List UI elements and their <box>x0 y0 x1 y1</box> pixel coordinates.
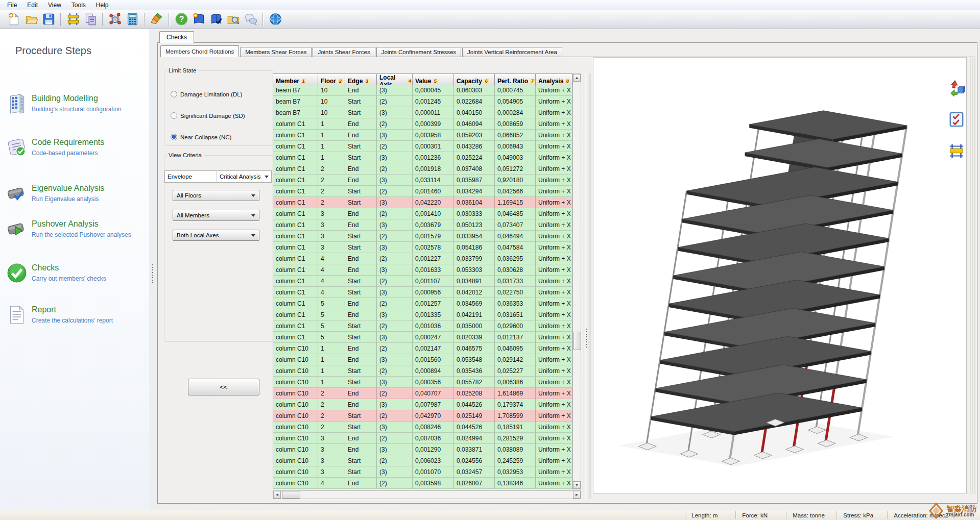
table-cell: Start <box>345 320 377 332</box>
radio-damage-limitation-dl[interactable]: Damage Limitation (DL) <box>171 91 242 97</box>
table-view-splitter[interactable] <box>583 73 591 499</box>
table-cell: Start <box>345 141 377 152</box>
table-row[interactable]: column C14Start(2)0,0011070,0348910,0317… <box>273 276 572 287</box>
scroll-down-arrow[interactable]: ▼ <box>573 481 581 489</box>
table-cell: 0,059203 <box>454 130 495 141</box>
menu-tools[interactable]: Tools <box>66 1 91 10</box>
new-file-icon[interactable] <box>6 11 22 28</box>
table-row[interactable]: column C15Start(2)0,0010360,0350000,0296… <box>273 320 572 332</box>
vertical-scroll-thumb[interactable] <box>573 332 581 350</box>
menu-edit[interactable]: Edit <box>22 1 43 10</box>
paintbrush-icon[interactable] <box>149 11 165 28</box>
toolbar-separator <box>262 13 264 26</box>
table-row[interactable]: beam B710Start(3)0,0000110,0401500,00028… <box>273 107 572 118</box>
table-row[interactable]: column C14Start(3)0,0009560,0420120,0227… <box>273 287 572 298</box>
table-row[interactable]: beam B710Start(2)0,0012450,0226840,05490… <box>273 96 572 107</box>
table-row[interactable]: column C14End(2)0,0012270,0337990,036295… <box>273 253 572 264</box>
table-vertical-scrollbar[interactable]: ▲ ▼ <box>572 73 581 489</box>
forum-chat-icon[interactable] <box>243 11 259 28</box>
model-3d-view-icon[interactable] <box>107 11 123 28</box>
deformed-shape-icon[interactable] <box>947 79 966 97</box>
table-row[interactable]: column C15Start(3)0,0002470,0203390,0121… <box>273 332 572 343</box>
table-row[interactable]: column C14End(3)0,0016330,0533030,030628… <box>273 264 572 276</box>
menu-help[interactable]: Help <box>91 1 114 10</box>
table-row[interactable]: column C11End(3)0,0039580,0592030,066852… <box>273 130 572 141</box>
table-row[interactable]: column C11End(2)0,0003990,0460940,008659… <box>273 118 572 130</box>
table-row[interactable]: column C103End(3)0,0012900,0338710,03808… <box>273 444 572 455</box>
calculator-icon[interactable] <box>124 11 140 28</box>
radio-near-collapse-nc[interactable]: Near Collapse (NC) <box>171 134 231 140</box>
table-row[interactable]: column C13End(3)0,0036790,0501230,073407… <box>273 219 572 231</box>
table-horizontal-scrollbar[interactable]: ◄ ► <box>273 490 581 499</box>
table-row[interactable]: column C15End(3)0,0013350,0421910,031651… <box>273 309 572 320</box>
table-row[interactable]: column C101Start(3)0,0003560,0557820,006… <box>273 377 572 388</box>
collapse-panel-button[interactable]: << <box>188 379 259 395</box>
axes-select[interactable]: Both Local Axes <box>173 230 259 241</box>
open-project-icon[interactable] <box>23 11 39 28</box>
table-row[interactable]: column C15End(2)0,0012570,0345690,036353… <box>273 298 572 309</box>
radio-significant-damage-sd[interactable]: Significant Damage (SD) <box>171 112 245 119</box>
subtab-joints-shear-forces[interactable]: Joints Shear Forces <box>313 47 375 57</box>
table-row[interactable]: column C101Start(2)0,0008940,0354360,025… <box>273 365 572 377</box>
step-pushover-analysis[interactable]: Pushover AnalysisRun the selected Pushov… <box>6 218 143 240</box>
table-row[interactable]: column C13End(2)0,0014100,0303330,046485… <box>273 208 572 219</box>
website-globe-icon[interactable] <box>267 11 283 28</box>
menu-file[interactable]: File <box>2 1 22 10</box>
table-cell: (2) <box>377 186 413 197</box>
table-row[interactable]: column C12End(3)0,0331140,0359870,920180… <box>273 175 572 186</box>
table-row[interactable]: column C104End(2)0,0035980,0260070,13834… <box>273 478 572 489</box>
examples-folder-icon[interactable] <box>225 11 242 28</box>
table-row[interactable]: column C12Start(2)0,0014600,0342940,0425… <box>273 186 572 197</box>
table-row[interactable]: column C12Start(3)0,0422200,0361041,1694… <box>273 197 572 208</box>
table-row[interactable]: column C103Start(2)0,0060230,0245560,245… <box>273 455 572 466</box>
members-select[interactable]: All Members <box>173 210 259 221</box>
floors-select[interactable]: All Floors <box>173 190 259 201</box>
subtab-joints-confinement-stresses[interactable]: Joints Confinement Stresses <box>376 47 461 57</box>
step-building-modelling[interactable]: Building ModellingBuilding's structural … <box>6 93 143 114</box>
step-eigenvalue-analysis[interactable]: Eigenvalue AnalysisRun Eigenvalue analys… <box>6 183 143 204</box>
table-row[interactable]: column C103End(2)0,0070360,0249940,28152… <box>273 433 572 444</box>
subtab-members-shear-forces[interactable]: Members Shear Forces <box>240 47 312 57</box>
table-row[interactable]: column C101End(2)0,0021470,0465750,04609… <box>273 343 572 354</box>
sidebar-splitter[interactable] <box>149 29 156 510</box>
step-report[interactable]: ReportCreate the calculations' report <box>6 304 143 326</box>
menu-view[interactable]: View <box>43 1 66 10</box>
scroll-right-arrow[interactable]: ► <box>573 491 581 499</box>
table-row[interactable]: column C11Start(2)0,0003010,0432860,0069… <box>273 141 572 152</box>
report-pages-icon[interactable] <box>82 11 99 28</box>
tab-checks[interactable]: Checks <box>159 31 194 43</box>
table-cell: 0,046095 <box>495 343 536 354</box>
table-row[interactable]: column C13Start(2)0,0015790,0339540,0464… <box>273 231 572 242</box>
tutorial-book-icon[interactable] <box>208 11 224 28</box>
table-row[interactable]: column C102Start(2)0,0429700,0251491,708… <box>273 410 572 422</box>
scroll-left-arrow[interactable]: ◄ <box>273 491 281 499</box>
table-row[interactable]: column C103Start(3)0,0010700,0324570,032… <box>273 466 572 478</box>
table-cell: 0,000956 <box>413 287 454 298</box>
critical-analysis-select[interactable]: Critical Analysis <box>217 171 271 182</box>
table-cell: 0,006023 <box>413 455 454 466</box>
frame-element-icon[interactable] <box>947 142 966 160</box>
table-cell: 0,035000 <box>454 320 495 332</box>
table-row[interactable]: column C13Start(3)0,0025780,0541860,0475… <box>273 242 572 253</box>
building-3d-view[interactable] <box>593 57 967 494</box>
table-row[interactable]: column C11Start(3)0,0012360,0252240,0490… <box>273 152 572 163</box>
table-row[interactable]: column C12End(2)0,0019180,0374080,051272… <box>273 163 572 175</box>
step-code-requirements[interactable]: Code RequirementsCode-based parameters <box>6 137 143 158</box>
table-row[interactable]: column C102End(3)0,0079870,0445260,17937… <box>273 399 572 410</box>
manual-book-icon[interactable] <box>190 11 207 28</box>
member-checks-icon[interactable] <box>947 110 966 129</box>
toolbar-separator <box>60 13 61 26</box>
subtab-joints-vertical-reinforcement-area[interactable]: Joints Vertical Reinforcement Area <box>462 47 562 57</box>
help-icon[interactable] <box>173 11 189 28</box>
table-cell: 0,031733 <box>495 276 536 287</box>
table-row[interactable]: column C101End(3)0,0015600,0535480,02914… <box>273 354 572 365</box>
subtab-members-chord-rotations[interactable]: Members Chord Rotations <box>160 45 239 57</box>
table-row[interactable]: column C102Start(3)0,0082460,0445260,185… <box>273 422 572 433</box>
scroll-up-arrow[interactable]: ▲ <box>573 74 581 82</box>
step-checks[interactable]: ChecksCarry out members' checks <box>6 262 143 284</box>
save-icon[interactable] <box>40 11 57 28</box>
horizontal-scroll-thumb[interactable] <box>282 491 300 499</box>
table-row[interactable]: beam B710End(3)0,0000450,0603030,000745U… <box>273 85 572 96</box>
building-frame-icon[interactable] <box>65 11 81 28</box>
table-row[interactable]: column C102End(2)0,0407070,0252081,61486… <box>273 388 572 399</box>
